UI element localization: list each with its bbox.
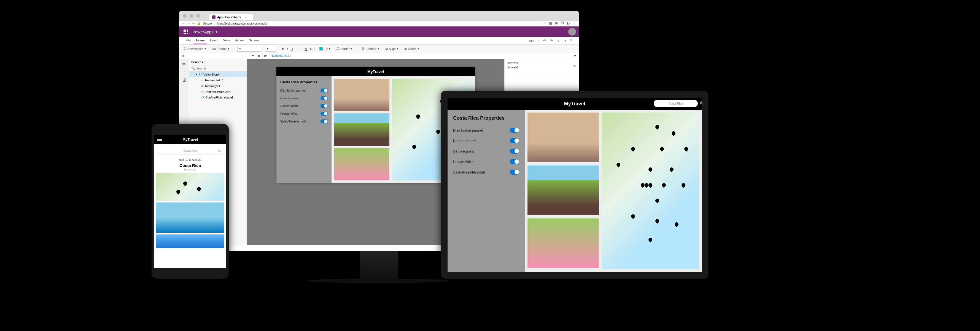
window-close-button[interactable]	[183, 14, 187, 18]
back-icon[interactable]: ←	[182, 22, 185, 26]
strike-icon[interactable]: ↔	[296, 47, 299, 51]
forward-icon[interactable]: →	[187, 22, 190, 26]
map-pin-icon[interactable]	[660, 147, 664, 152]
tree-item[interactable]: 🏷 ConfirmPictureLabel	[189, 94, 247, 100]
map-pin-icon[interactable]	[412, 145, 416, 150]
tab-close-icon[interactable]: ×	[245, 16, 247, 19]
align-icon[interactable]: ≡	[310, 47, 312, 51]
map-pin-icon[interactable]	[436, 130, 440, 134]
map-view[interactable]	[156, 173, 224, 201]
extension-icon[interactable]: ⚃	[561, 21, 564, 25]
filter-toggle[interactable]	[320, 112, 328, 115]
filter-toggle[interactable]	[320, 104, 328, 108]
window-maximize-button[interactable]	[196, 14, 200, 18]
align-button[interactable]: ⊟Align▾	[383, 46, 400, 51]
extension-icon[interactable]: ☆	[543, 21, 546, 25]
redo-icon[interactable]: ↷	[550, 38, 553, 43]
map-pin-icon[interactable]	[671, 131, 676, 136]
search-input[interactable]: Costa Rica 🔍	[157, 147, 223, 155]
map-pin-icon[interactable]	[681, 183, 686, 188]
extension-icon[interactable]: ▦	[549, 21, 552, 25]
extension-icon[interactable]: ◐	[566, 21, 570, 25]
tree-item[interactable]: ▭ Rectangle1_1	[189, 77, 247, 83]
filter-toggle[interactable]	[320, 120, 328, 123]
property-photo[interactable]	[334, 114, 390, 146]
group-button[interactable]: ⊞Group▾	[402, 46, 421, 51]
browser-menu-icon[interactable]: ⋮	[573, 21, 576, 25]
map-pin-icon[interactable]	[684, 147, 688, 152]
product-title[interactable]: PowerApps	[192, 29, 213, 34]
insert-icon[interactable]: +	[183, 69, 185, 74]
font-size-select[interactable]: ▾	[265, 46, 276, 51]
tree-search-input[interactable]: 🔍 Search	[189, 66, 247, 72]
map-pin-icon[interactable]	[662, 183, 666, 188]
map-pin-icon[interactable]	[631, 147, 635, 152]
map-view[interactable]	[602, 112, 699, 269]
reorder-button[interactable]: ⇅Reorder▾	[360, 46, 381, 51]
property-photo[interactable]	[334, 79, 390, 111]
address-bar[interactable]: ← → ⟳ 🔒 Secure | https://test.create.pow…	[179, 21, 579, 26]
filter-toggle[interactable]	[320, 88, 328, 93]
map-pin-icon[interactable]	[655, 198, 659, 203]
filter-toggle[interactable]	[510, 169, 519, 174]
search-icon[interactable]: 🔍	[218, 149, 221, 152]
data-icon[interactable]: 🗄	[182, 78, 186, 82]
map-pin-icon[interactable]	[649, 238, 652, 243]
property-photo[interactable]	[334, 148, 390, 181]
help-icon[interactable]: ?	[570, 38, 572, 43]
map-pin-icon[interactable]	[197, 187, 201, 192]
search-icon[interactable]: 🔍	[700, 101, 702, 106]
property-photo[interactable]	[528, 165, 599, 215]
hamburger-icon[interactable]	[157, 138, 162, 141]
property-photo[interactable]	[156, 203, 224, 233]
filter-toggle[interactable]	[510, 138, 519, 143]
window-minimize-button[interactable]	[189, 14, 194, 18]
filter-toggle[interactable]	[510, 149, 519, 154]
tab-insert[interactable]: Insert	[207, 37, 221, 45]
tree-view-icon[interactable]: ☰	[182, 61, 186, 66]
undo-icon[interactable]: ↶	[543, 38, 546, 43]
property-photo[interactable]	[156, 235, 224, 248]
props-gear-icon[interactable]: ⚙	[573, 64, 576, 68]
map-pin-icon[interactable]	[641, 183, 644, 188]
app-label[interactable]: App	[529, 39, 535, 43]
underline-icon[interactable]: U	[291, 47, 293, 51]
formula-input[interactable]: RGBA(0,0,0,1)	[269, 53, 571, 59]
reload-icon[interactable]: ⟳	[192, 22, 195, 26]
italic-icon[interactable]: I	[287, 47, 288, 51]
property-select[interactable]: Fill▾	[179, 53, 256, 59]
fill-button[interactable]: Fill▾	[318, 46, 332, 51]
play-icon[interactable]: ▷	[557, 38, 560, 43]
bold-icon[interactable]: B	[282, 47, 285, 51]
new-screen-button[interactable]: ☐New screen▾	[182, 46, 208, 51]
formula-expand-icon[interactable]: ▾	[571, 54, 579, 58]
map-pin-icon[interactable]	[649, 183, 652, 188]
map-pin-icon[interactable]	[670, 168, 673, 173]
edit-details-link[interactable]: Edit details	[154, 168, 226, 173]
search-input[interactable]: Costa Rica 🔍	[654, 100, 698, 107]
tree-item[interactable]: ▭ Rectangle1	[189, 83, 247, 89]
tab-view[interactable]: View	[221, 37, 232, 45]
user-avatar[interactable]	[568, 28, 576, 35]
map-pin-icon[interactable]	[617, 163, 620, 168]
map-pin-icon[interactable]	[655, 125, 659, 130]
props-screen-name[interactable]: Screen1	[508, 64, 576, 70]
map-pin-icon[interactable]	[655, 219, 659, 224]
filter-toggle[interactable]	[320, 96, 328, 100]
map-pin-icon[interactable]	[631, 214, 635, 219]
map-pin-icon[interactable]	[183, 182, 187, 187]
extension-icon[interactable]: ⊞	[555, 21, 558, 25]
browser-tab[interactable]: App - PowerApps ×	[210, 14, 253, 20]
property-photo[interactable]	[528, 219, 599, 268]
font-select[interactable]: ▾	[237, 46, 262, 51]
tab-screen[interactable]: Screen	[247, 37, 261, 45]
chevron-down-icon[interactable]: ▼	[215, 30, 218, 34]
filter-toggle[interactable]	[510, 159, 519, 164]
tab-home[interactable]: Home	[194, 37, 207, 45]
map-pin-icon[interactable]	[675, 222, 678, 227]
theme-button[interactable]: AaTheme▾	[210, 46, 231, 51]
tree-screen-item[interactable]: ▾ ☐ VisitorSignIn	[189, 72, 247, 77]
tab-action[interactable]: Action	[232, 37, 247, 45]
border-button[interactable]: ☐Border▾	[335, 46, 354, 51]
property-photo[interactable]	[528, 112, 599, 162]
